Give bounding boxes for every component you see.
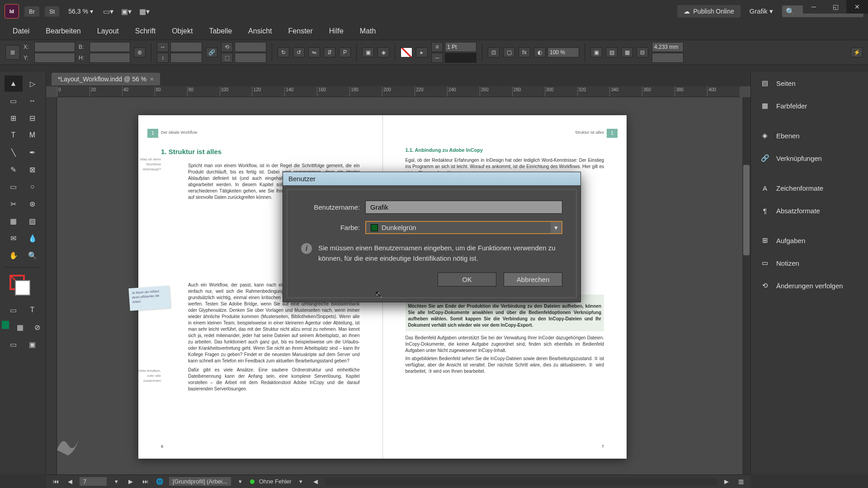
ok-button[interactable]: OK	[438, 272, 496, 286]
panel-farbfelder[interactable]: ▦ Farbfelder	[751, 94, 868, 117]
menu-objekt[interactable]: Objekt	[165, 24, 200, 38]
wrap-offset2-input[interactable]	[652, 53, 684, 63]
preview-view-icon[interactable]: ▣	[24, 336, 42, 352]
text-wrap-jump-icon[interactable]: ⊟	[637, 47, 648, 57]
line-tool[interactable]: ╲	[5, 144, 23, 160]
fill-color-swatch[interactable]	[15, 280, 30, 296]
reference-point-icon[interactable]: ⊞	[5, 45, 20, 60]
text-wrap-shape-icon[interactable]: ▦	[621, 47, 633, 57]
rotate-cw-icon[interactable]: ↻	[278, 47, 289, 57]
profile-dropdown[interactable]: [Grundprofil] (Arbei...	[169, 477, 231, 486]
rotate-input[interactable]	[235, 42, 266, 52]
panel-ebenen[interactable]: ◈ Ebenen	[751, 124, 868, 147]
horizontal-scrollbar[interactable]	[325, 478, 717, 485]
link-scale-icon[interactable]: 🔗	[206, 47, 217, 57]
zoom-tool[interactable]: 🔍	[24, 247, 42, 263]
username-input[interactable]	[365, 201, 562, 214]
gap-tool[interactable]: ↔	[24, 93, 42, 109]
horizontal-ruler[interactable]: 0 20 40 60 80 100 120 140 160 180 200 22…	[57, 86, 740, 97]
cancel-button[interactable]: Abbrechen	[504, 272, 562, 286]
flip-h-icon[interactable]: ⇋	[308, 47, 320, 57]
panel-seiten[interactable]: ▤ Seiten	[751, 72, 868, 94]
free-transform-tool[interactable]: ⊛	[24, 196, 42, 212]
text-wrap-none-icon[interactable]: ▣	[590, 47, 602, 57]
menu-schrift[interactable]: Schrift	[128, 24, 163, 38]
panel-verknuepfungen[interactable]: 🔗 Verknüpfungen	[751, 147, 868, 169]
wrap-offset-input[interactable]	[652, 42, 684, 52]
panel-notizen[interactable]: ▭ Notizen	[751, 252, 868, 274]
select-content-icon[interactable]: ◈	[377, 47, 389, 57]
shear-input[interactable]	[235, 53, 266, 63]
rectangle-frame-tool[interactable]: ⊠	[24, 161, 42, 178]
selection-tool[interactable]: ▲	[5, 75, 23, 92]
chevron-down-icon[interactable]: ▾	[551, 222, 561, 233]
menu-tabelle[interactable]: Tabelle	[202, 24, 239, 38]
menu-datei[interactable]: Datei	[5, 24, 37, 38]
eyedropper-tool[interactable]: 💧	[24, 230, 42, 246]
note-tool[interactable]: ✉	[5, 230, 23, 246]
width-input[interactable]	[90, 42, 130, 52]
scale-x-input[interactable]	[170, 42, 202, 52]
fill-frame-icon[interactable]: ▢	[503, 47, 515, 57]
next-page-button[interactable]: ▶	[126, 477, 136, 486]
formatting-container-icon[interactable]: ▭	[5, 302, 23, 318]
panel-aufgaben[interactable]: ⊞ Aufgaben	[751, 229, 868, 252]
panel-aenderungen[interactable]: ⟲ Änderungen verfolgen	[751, 274, 868, 297]
prev-page-button[interactable]: ◀	[65, 477, 75, 486]
menu-hilfe[interactable]: Hilfe	[322, 24, 351, 38]
close-button[interactable]: ✕	[846, 0, 868, 14]
maximize-button[interactable]: ◱	[825, 0, 846, 14]
gradient-feather-tool[interactable]: ▨	[24, 213, 42, 229]
arrange-icon[interactable]: ▦▾	[138, 6, 151, 17]
menu-bearbeiten[interactable]: Bearbeiten	[38, 24, 88, 38]
apply-color-icon[interactable]	[2, 321, 9, 329]
fill-stroke-swatches[interactable]	[9, 275, 37, 297]
opacity-input[interactable]	[547, 47, 579, 57]
menu-layout[interactable]: Layout	[90, 24, 126, 38]
stock-button[interactable]: St	[45, 6, 59, 17]
text-wrap-bbox-icon[interactable]: ▤	[606, 47, 618, 57]
close-tab-icon[interactable]: ×	[150, 75, 154, 83]
publish-online-button[interactable]: ☁ Publish Online	[677, 5, 741, 18]
panel-absatzformate[interactable]: ¶ Absatzformate	[751, 199, 868, 222]
first-page-button[interactable]: ⏮	[51, 477, 61, 486]
constrain-icon[interactable]: ⊛	[134, 47, 146, 57]
content-placer-tool[interactable]: ⊟	[24, 110, 42, 126]
scroll-right-button[interactable]: ▶	[722, 477, 731, 486]
x-input[interactable]	[34, 42, 75, 52]
effects-icon[interactable]: fx	[519, 47, 530, 57]
document-tab[interactable]: *Layout_Workflow.indd @ 56 % ×	[52, 73, 160, 85]
formatting-text-icon[interactable]: T	[24, 302, 42, 318]
hand-tool[interactable]: ✋	[5, 247, 23, 263]
bridge-button[interactable]: Br	[24, 6, 39, 17]
ellipse-tool[interactable]: ○	[24, 178, 42, 195]
placeholder-p-icon[interactable]: P	[339, 47, 351, 57]
page-dropdown-button[interactable]: ▾	[111, 477, 121, 486]
gradient-swatch-tool[interactable]: ▦	[5, 213, 23, 229]
normal-view-icon[interactable]: ▭	[5, 336, 23, 352]
apply-gradient-icon[interactable]: ▦	[12, 319, 28, 335]
panel-zeichenformate[interactable]: A Zeichenformate	[751, 177, 868, 199]
split-view-icon[interactable]: ▥	[736, 477, 746, 486]
content-collector-tool[interactable]: ⊞	[5, 110, 23, 126]
scroll-left-button[interactable]: ◀	[311, 477, 321, 486]
preflight-menu-icon[interactable]: 🌐	[155, 477, 165, 486]
pen-tool[interactable]: ✒	[24, 144, 42, 160]
view-options-icon[interactable]: ▭▾	[102, 6, 115, 17]
quick-apply-icon[interactable]: ⚡	[851, 47, 863, 57]
color-select[interactable]: Dunkelgrün ▾	[365, 221, 562, 234]
rotate-ccw-icon[interactable]: ↺	[293, 47, 305, 57]
user-name-display[interactable]: Grafik ▾	[750, 7, 773, 15]
page-tool[interactable]: ▭	[5, 93, 23, 109]
swap-fill-stroke-icon[interactable]: ▸	[416, 47, 428, 57]
fill-swatch-icon[interactable]	[401, 47, 412, 57]
height-input[interactable]	[90, 53, 130, 63]
scissors-tool[interactable]: ✂	[5, 196, 23, 212]
zoom-percent[interactable]: 56,3 % ▾	[65, 8, 96, 15]
page-number-input[interactable]: 7	[80, 477, 107, 486]
scale-y-input[interactable]	[170, 53, 202, 63]
type-tool[interactable]: T	[5, 127, 23, 143]
scrollbar-thumb[interactable]	[743, 165, 750, 255]
stroke-style-select[interactable]	[445, 53, 476, 63]
menu-ansicht[interactable]: Ansicht	[241, 24, 279, 38]
